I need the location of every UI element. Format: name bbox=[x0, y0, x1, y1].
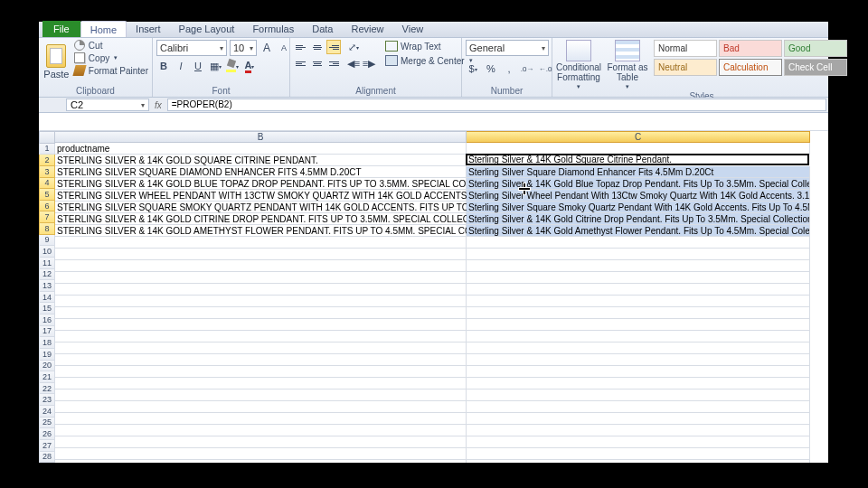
paste-button[interactable]: Paste bbox=[42, 40, 71, 83]
row-header-7[interactable]: 7 bbox=[39, 211, 55, 223]
tab-view[interactable]: View bbox=[393, 21, 433, 37]
cell-b14[interactable] bbox=[55, 296, 467, 307]
cell-c18[interactable] bbox=[467, 343, 810, 354]
style-good[interactable]: Good bbox=[784, 40, 847, 57]
name-box[interactable]: C2▾ bbox=[66, 99, 149, 111]
row-header-10[interactable]: 10 bbox=[39, 246, 55, 258]
grow-font-button[interactable]: A bbox=[259, 41, 274, 55]
cell-c20[interactable] bbox=[467, 366, 810, 378]
fill-color-button[interactable]: ▾ bbox=[225, 59, 240, 73]
cell-b4[interactable]: STERLING SILVER & 14K GOLD BLUE TOPAZ DR… bbox=[55, 178, 467, 190]
increase-decimal[interactable]: .0→ bbox=[520, 61, 534, 76]
percent-button[interactable]: % bbox=[484, 61, 498, 76]
font-color-button[interactable]: A▾ bbox=[242, 59, 257, 73]
file-tab[interactable]: File bbox=[42, 21, 80, 37]
merge-center-button[interactable]: Merge & Center▾ bbox=[383, 54, 475, 67]
row-header-24[interactable]: 24 bbox=[39, 406, 55, 418]
cell-c16[interactable] bbox=[467, 319, 810, 331]
cell-b5[interactable]: STERLING SILVER WHEEL PENDANT WITH 13CTW… bbox=[55, 190, 467, 202]
copy-button[interactable]: Copy▾ bbox=[74, 52, 148, 63]
cell-b10[interactable] bbox=[55, 249, 467, 260]
row-header-3[interactable]: 3 bbox=[39, 166, 55, 178]
decrease-indent[interactable]: ◀≡ bbox=[346, 56, 361, 70]
align-right[interactable] bbox=[326, 56, 341, 70]
select-all-corner[interactable] bbox=[39, 131, 55, 144]
tab-insert[interactable]: Insert bbox=[127, 21, 170, 37]
cell-c26[interactable] bbox=[467, 436, 810, 448]
wrap-text-button[interactable]: Wrap Text bbox=[383, 40, 475, 52]
cell-b1[interactable]: productname bbox=[55, 143, 467, 155]
cell-c17[interactable] bbox=[467, 331, 810, 343]
cell-c22[interactable] bbox=[467, 389, 810, 401]
align-top-right[interactable] bbox=[326, 40, 341, 54]
bold-button[interactable]: B bbox=[156, 59, 171, 73]
italic-button[interactable]: I bbox=[174, 59, 188, 73]
row-header-13[interactable]: 13 bbox=[39, 280, 55, 292]
align-left[interactable] bbox=[294, 56, 308, 70]
style-normal[interactable]: Normal bbox=[654, 40, 717, 57]
cell-c25[interactable] bbox=[467, 425, 810, 436]
format-as-table-button[interactable]: Format as Table▾ bbox=[605, 40, 650, 90]
font-size-combo[interactable]: 10▾ bbox=[230, 40, 257, 56]
cell-c9[interactable] bbox=[467, 237, 810, 249]
cell-b9[interactable] bbox=[55, 237, 467, 249]
row-header-9[interactable]: 9 bbox=[39, 235, 55, 247]
cell-styles-gallery[interactable]: Normal Bad Good Neutral Calculation Chec… bbox=[654, 40, 847, 76]
row-header-26[interactable]: 26 bbox=[39, 428, 55, 440]
row-header-16[interactable]: 16 bbox=[39, 314, 55, 326]
align-center[interactable] bbox=[310, 56, 325, 70]
cell-c27[interactable] bbox=[467, 448, 810, 460]
cell-c4[interactable]: Sterling Silver & 14K Gold Blue Topaz Dr… bbox=[467, 178, 810, 190]
cell-b21[interactable] bbox=[55, 378, 467, 389]
row-header-2[interactable]: 2 bbox=[39, 155, 55, 166]
cell-b11[interactable] bbox=[55, 260, 467, 272]
grid[interactable]: 1234567891011121314151617181920212223242… bbox=[39, 131, 828, 463]
border-button[interactable]: ▦▾ bbox=[208, 59, 222, 73]
decrease-decimal[interactable]: ←.0 bbox=[538, 61, 552, 76]
cell-c6[interactable]: Sterling Silver Square Smoky Quartz Pend… bbox=[467, 202, 810, 213]
cell-c24[interactable] bbox=[467, 413, 810, 425]
cell-c2[interactable]: Sterling Silver & 14K Gold Square Citrin… bbox=[466, 154, 809, 165]
row-header-8[interactable]: 8 bbox=[39, 223, 55, 235]
row-header-5[interactable]: 5 bbox=[39, 189, 55, 201]
row-header-23[interactable]: 23 bbox=[39, 394, 55, 406]
cell-b25[interactable] bbox=[55, 425, 467, 436]
fx-icon[interactable]: fx bbox=[149, 100, 167, 110]
cell-c13[interactable] bbox=[467, 284, 810, 296]
tab-page-layout[interactable]: Page Layout bbox=[170, 21, 244, 37]
cell-b23[interactable] bbox=[55, 401, 467, 413]
cell-c3[interactable]: Sterling Silver Square Diamond Enhancer … bbox=[467, 166, 810, 178]
row-header-1[interactable]: 1 bbox=[39, 144, 55, 155]
cell-b15[interactable] bbox=[55, 307, 467, 319]
cut-button[interactable]: Cut bbox=[74, 40, 148, 51]
comma-button[interactable]: , bbox=[502, 61, 516, 76]
underline-button[interactable]: U bbox=[191, 59, 205, 73]
orientation-button[interactable]: ⤢▾ bbox=[346, 40, 361, 54]
row-header-18[interactable]: 18 bbox=[39, 337, 55, 349]
cell-c19[interactable] bbox=[467, 354, 810, 366]
style-neutral[interactable]: Neutral bbox=[654, 59, 717, 76]
cell-b27[interactable] bbox=[55, 448, 467, 460]
tab-review[interactable]: Review bbox=[342, 21, 392, 37]
cell-c7[interactable]: Sterling Silver & 14K Gold Citrine Drop … bbox=[467, 213, 810, 225]
tab-formulas[interactable]: Formulas bbox=[243, 21, 303, 37]
cell-b16[interactable] bbox=[55, 319, 467, 331]
cell-b26[interactable] bbox=[55, 436, 467, 448]
row-header-27[interactable]: 27 bbox=[39, 440, 55, 452]
row-header-6[interactable]: 6 bbox=[39, 201, 55, 212]
row-header-28[interactable]: 28 bbox=[39, 452, 55, 464]
number-format-combo[interactable]: General▾ bbox=[466, 40, 549, 56]
cell-c12[interactable] bbox=[467, 272, 810, 284]
row-header-22[interactable]: 22 bbox=[39, 383, 55, 395]
cell-c15[interactable] bbox=[467, 307, 810, 319]
row-header-15[interactable]: 15 bbox=[39, 303, 55, 314]
cell-b7[interactable]: STERLING SILVER & 14K GOLD CITRINE DROP … bbox=[55, 213, 467, 225]
shrink-font-button[interactable]: A bbox=[277, 41, 291, 55]
cell-b28[interactable] bbox=[55, 460, 467, 463]
cell-b20[interactable] bbox=[55, 366, 467, 378]
format-painter-button[interactable]: Format Painter bbox=[74, 65, 148, 76]
col-header-c[interactable]: C bbox=[467, 131, 810, 143]
cell-b19[interactable] bbox=[55, 354, 467, 366]
row-header-21[interactable]: 21 bbox=[39, 371, 55, 383]
cell-b24[interactable] bbox=[55, 413, 467, 425]
